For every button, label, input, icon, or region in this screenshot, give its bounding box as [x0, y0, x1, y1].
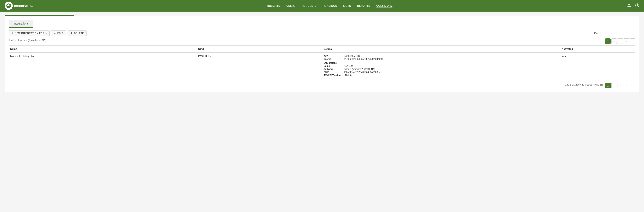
software-label: Software — [324, 68, 340, 70]
prev-page-top[interactable]: ‹ — [618, 38, 623, 44]
lms-name-value: New Site — [344, 65, 558, 68]
guid-label: GUID — [324, 71, 340, 74]
next-page-bottom[interactable]: › — [624, 83, 629, 88]
navbar-right — [627, 3, 639, 8]
navbar: ereserve plus INSIGHTS USERS REQUESTS RE… — [0, 0, 644, 12]
col-name: Name — [9, 46, 197, 52]
pagination-bottom: 1 ⏮ ‹ › ⏭ — [605, 83, 635, 88]
cell-name: Moodle LTI Integration — [9, 52, 197, 79]
logo[interactable]: ereserve plus — [5, 2, 33, 10]
lms-name-label: Name — [324, 65, 340, 68]
bottom-row: 1 to 1 of 1 records (filtered from 225) … — [9, 81, 635, 88]
col-kind: Kind — [197, 46, 322, 52]
key-value: 2024010877115 — [344, 55, 558, 57]
nav-item-users[interactable]: USERS — [286, 4, 296, 8]
first-page-bottom[interactable]: ⏮ — [612, 83, 617, 88]
ims-lti-version-value: LTI-1p0 — [344, 74, 558, 77]
integrations-tab[interactable]: Integrations — [9, 20, 34, 27]
asterisk-icon: ✳ — [12, 32, 14, 34]
col-activated: Activated — [560, 46, 635, 52]
last-page-top[interactable]: ⏭ — [630, 38, 635, 44]
trash-icon: 🗑 — [70, 32, 73, 34]
software-value: moodle (version: 2022112811) — [344, 68, 558, 70]
user-icon-button[interactable] — [627, 3, 631, 8]
details-grid: Key 2024010877115 Secret de7f2608210546b… — [324, 55, 558, 77]
table-header-row: Name Kind Details Activated — [9, 46, 635, 52]
navbar-nav: INSIGHTS USERS REQUESTS READINGS LISTS R… — [267, 4, 393, 8]
nav-item-requests[interactable]: REQUESTS — [302, 4, 316, 8]
cell-details: Key 2024010877115 Secret de7f2608210546b… — [322, 52, 560, 79]
next-page-top[interactable]: › — [624, 38, 629, 44]
toolbar: ✳ NEW INTEGRATION FOR ▾ ✏ EDIT 🗑 DELETE … — [9, 30, 635, 36]
ims-lti-version-label: IMS LTI Version — [324, 74, 340, 77]
help-icon-button[interactable] — [635, 3, 639, 8]
records-info-top: 1 to 1 of 1 records (filtered from 225) — [9, 39, 46, 42]
records-info-bottom: 1 to 1 of 1 records (filtered from 225) — [565, 84, 603, 86]
prev-page-bottom[interactable]: ‹ — [618, 83, 623, 88]
edit-icon: ✏ — [54, 32, 56, 34]
nav-item-readings[interactable]: READINGS — [323, 4, 337, 8]
cell-kind: IMS LTI Tool — [197, 52, 322, 79]
page-number-1-bottom[interactable]: 1 — [605, 83, 610, 88]
first-page-top[interactable]: ⏮ — [612, 38, 617, 44]
new-integration-button[interactable]: ✳ NEW INTEGRATION FOR ▾ — [9, 30, 50, 36]
secret-value: de7f2608210546ba860770ded34e09c3 — [344, 58, 558, 60]
edit-button[interactable]: ✏ EDIT — [51, 30, 66, 36]
nav-item-insights[interactable]: INSIGHTS — [267, 4, 280, 8]
dropdown-arrow-icon: ▾ — [46, 32, 47, 34]
table-wrapper: Name Kind Details Activated Moodle LTI I… — [9, 45, 635, 79]
navbar-left: ereserve plus — [5, 2, 33, 10]
last-page-bottom[interactable]: ⏭ — [630, 83, 635, 88]
svg-point-0 — [8, 6, 9, 6]
secret-label: Secret — [324, 58, 340, 60]
nav-item-configure[interactable]: CONFIGURE — [376, 4, 393, 8]
lms-details-label: LMS Details — [324, 62, 558, 64]
delete-button[interactable]: 🗑 DELETE — [68, 30, 87, 36]
page-content: Integrations ✳ NEW INTEGRATION FOR ▾ ✏ E… — [0, 12, 644, 96]
nav-item-lists[interactable]: LISTS — [343, 4, 351, 8]
guid-value: 13ba9f8da79970487064e048600ae1eb — [344, 71, 558, 74]
cell-activated: Yes — [560, 52, 635, 79]
pagination-top: 1 ⏮ ‹ › ⏭ — [605, 38, 635, 44]
page-number-1-top[interactable]: 1 — [605, 38, 610, 44]
find-section: Find — [594, 31, 635, 36]
table-row[interactable]: Moodle LTI Integration IMS LTI Tool Key … — [9, 52, 635, 79]
logo-icon — [5, 2, 13, 10]
nav-item-reports[interactable]: REPORTS — [357, 4, 370, 8]
integrations-card: Integrations ✳ NEW INTEGRATION FOR ▾ ✏ E… — [5, 16, 639, 92]
key-label: Key — [324, 55, 340, 57]
col-details: Details — [322, 46, 560, 52]
integrations-table: Name Kind Details Activated Moodle LTI I… — [9, 46, 635, 79]
find-input[interactable] — [600, 31, 635, 36]
logo-text: ereserve plus — [14, 4, 33, 8]
find-label: Find — [594, 32, 599, 35]
